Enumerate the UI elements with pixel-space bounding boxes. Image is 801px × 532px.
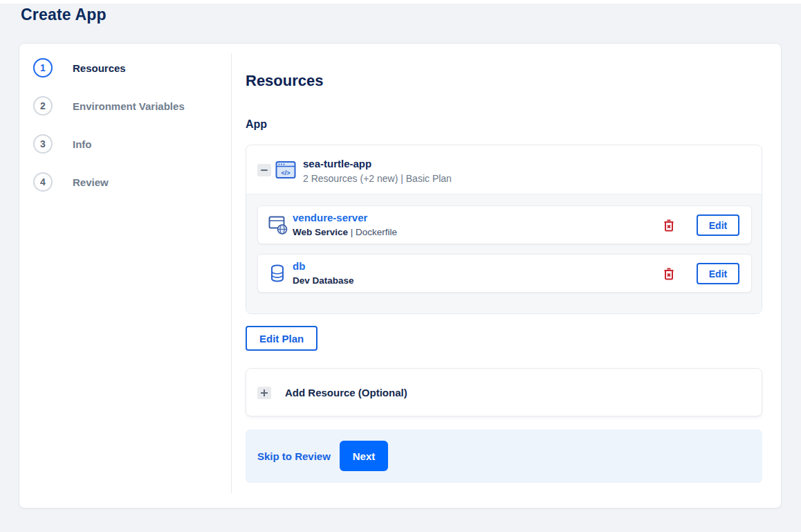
edit-resource-button[interactable]: Edit [697, 214, 739, 236]
app-window-code-icon: </> [275, 160, 296, 182]
edit-plan-button[interactable]: Edit Plan [246, 326, 317, 351]
step-number-badge: 3 [33, 134, 53, 154]
expand-add-resource-button[interactable] [257, 387, 271, 399]
trash-icon [663, 268, 674, 280]
web-service-icon [268, 216, 289, 238]
resource-name-link[interactable]: db [293, 260, 305, 272]
create-app-wizard-card: 1 Resources 2 Environment Variables 3 In… [19, 43, 782, 508]
sidebar-divider [231, 53, 232, 493]
step-label: Review [73, 176, 109, 188]
delete-resource-button[interactable] [661, 266, 676, 282]
database-icon [270, 264, 285, 286]
skip-to-review-link[interactable]: Skip to Review [257, 450, 331, 462]
stepper-step-resources[interactable]: 1 Resources [33, 58, 53, 77]
resource-type: Dev Database [293, 275, 354, 286]
content-heading: Resources [246, 72, 324, 90]
step-label: Info [73, 138, 92, 150]
add-resource-card[interactable]: Add Resource (Optional) [246, 368, 762, 416]
step-number-badge: 1 [33, 58, 53, 77]
svg-text:</>: </> [281, 169, 290, 176]
edit-resource-button[interactable]: Edit [697, 263, 739, 284]
step-number-badge: 4 [33, 172, 53, 192]
resource-row: db Dev Database Edit [257, 254, 752, 293]
wizard-footer-bar: Skip to Review Next [246, 430, 762, 483]
app-group-card: </> sea-turtle-app 2 Resources (+2 new) … [246, 145, 762, 314]
app-summary: 2 Resources (+2 new) | Basic Plan [303, 173, 452, 184]
resource-row: vendure-server Web Service | Dockerfile … [257, 205, 752, 244]
add-resource-label: Add Resource (Optional) [285, 387, 407, 398]
minus-icon [261, 169, 268, 171]
stepper-step-environment-variables[interactable]: 2 Environment Variables [33, 96, 53, 116]
plus-icon [261, 389, 268, 396]
delete-resource-button[interactable] [661, 218, 676, 233]
step-number-badge: 2 [33, 96, 53, 116]
step-label: Resources [73, 62, 126, 74]
stepper-step-info[interactable]: 3 Info [33, 134, 53, 154]
trash-icon [663, 219, 674, 232]
app-group-header: </> sea-turtle-app 2 Resources (+2 new) … [246, 145, 762, 194]
app-resources-list: vendure-server Web Service | Dockerfile … [246, 194, 762, 313]
resource-name-link[interactable]: vendure-server [293, 212, 367, 223]
resource-type: Web Service | Dockerfile [293, 227, 397, 237]
page-top-strip [0, 0, 801, 3]
stepper-step-review[interactable]: 4 Review [33, 172, 53, 192]
step-label: Environment Variables [73, 100, 185, 112]
next-button[interactable]: Next [340, 441, 388, 471]
app-name: sea-turtle-app [303, 158, 371, 169]
collapse-app-button[interactable] [257, 164, 271, 176]
page-title: Create App [21, 6, 107, 24]
step-content-panel: Resources App </> sea-tu [246, 44, 762, 508]
app-section-label: App [246, 118, 267, 131]
